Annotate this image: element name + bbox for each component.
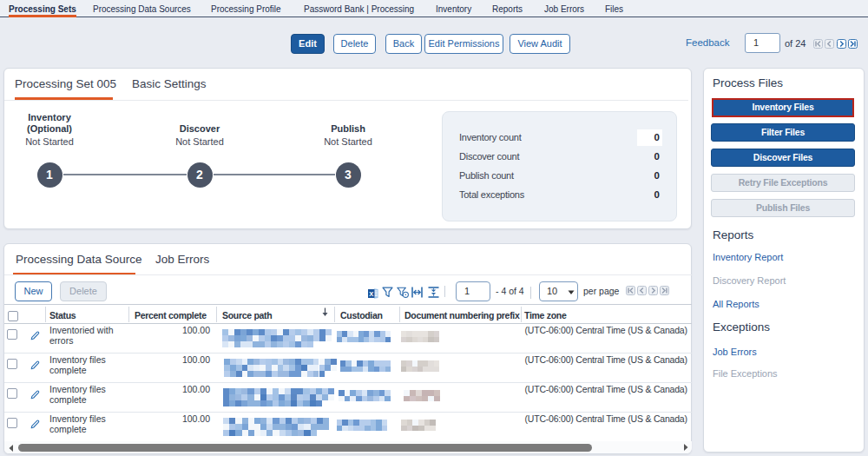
svg-text:X: X <box>369 290 373 298</box>
